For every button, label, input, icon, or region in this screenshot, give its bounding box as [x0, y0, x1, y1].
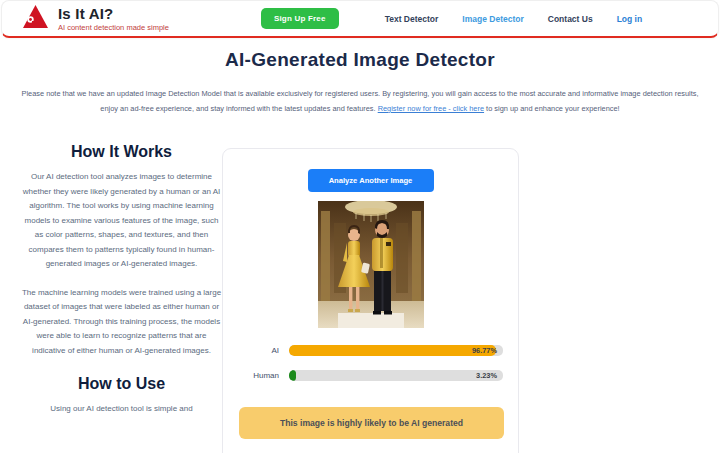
analyze-another-image-button[interactable]: Analyze Another Image: [308, 169, 434, 192]
how-it-works-paragraph-1: Our AI detection tool analyzes images to…: [20, 170, 223, 272]
nav-text-detector[interactable]: Text Detector: [385, 14, 439, 24]
nav-log-in[interactable]: Log in: [617, 14, 643, 24]
notice-text-after: to sign up and enhance your experience!: [484, 104, 620, 113]
brand-title: Is It AI?: [58, 5, 169, 22]
logo[interactable]: Is It AI? AI content detection made simp…: [22, 4, 169, 33]
ai-bar-track: 96.77%: [289, 345, 503, 356]
registration-notice: Please note that we have an updated Imag…: [18, 86, 702, 116]
logo-text: Is It AI? AI content detection made simp…: [58, 5, 169, 32]
ai-bar-label: AI: [241, 346, 289, 355]
nav-image-detector[interactable]: Image Detector: [462, 14, 523, 24]
human-bar-track: 3.23%: [289, 370, 503, 381]
ai-bar-fill: [289, 345, 496, 356]
ai-bar-value: 96.77%: [472, 346, 497, 355]
ai-result-row: AI 96.77%: [241, 345, 503, 356]
main-nav: Text Detector Image Detector Contact Us …: [385, 14, 643, 24]
sign-up-free-button[interactable]: Sign Up Free: [261, 8, 339, 29]
detector-result-panel: Analyze Another Image: [222, 148, 519, 453]
verdict-banner: This image is highly likely to be AI gen…: [239, 407, 504, 439]
human-bar-value: 3.23%: [476, 371, 497, 380]
human-bar-fill: [289, 370, 296, 381]
page-title: AI-Generated Image Detector: [0, 49, 720, 71]
how-it-works-paragraph-2: The machine learning models were trained…: [20, 286, 223, 359]
register-link[interactable]: Register now for free - click here: [378, 104, 484, 113]
how-it-works-heading: How It Works: [20, 143, 223, 161]
human-result-row: Human 3.23%: [241, 370, 503, 381]
nav-contact-us[interactable]: Contact Us: [548, 14, 593, 24]
how-to-use-paragraph: Using our AI detection tool is simple an…: [20, 402, 223, 417]
logo-triangle-icon: [22, 4, 49, 33]
result-bars: AI 96.77% Human 3.23%: [241, 345, 503, 381]
analyzed-image: [318, 201, 424, 328]
brand-tagline: AI content detection made simple: [58, 23, 169, 32]
human-bar-label: Human: [241, 371, 289, 380]
how-to-use-heading: How to Use: [20, 375, 223, 393]
header: Is It AI? AI content detection made simp…: [1, 0, 719, 38]
info-column: How It Works Our AI detection tool analy…: [20, 143, 223, 431]
